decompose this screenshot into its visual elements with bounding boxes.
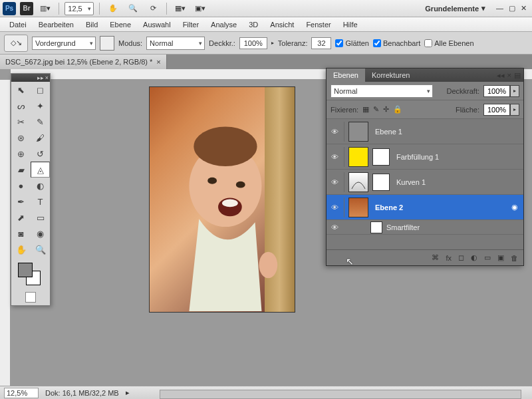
fill-source-dropdown[interactable]: Vordergrund — [32, 37, 96, 50]
layer-row[interactable]: 👁Kurven 1 — [327, 170, 523, 195]
menu-ebene[interactable]: Ebene — [104, 19, 136, 30]
menu-bild[interactable]: Bild — [80, 19, 103, 30]
marquee-tool[interactable]: ◻ — [31, 82, 50, 98]
zoom-tool-icon[interactable]: 🔍 — [125, 2, 141, 15]
spot-heal-tool[interactable]: ⊛ — [11, 130, 31, 146]
layer-opacity-field[interactable]: 100% — [483, 85, 510, 97]
vertical-ruler[interactable] — [0, 80, 11, 386]
hand-tool[interactable]: ✋ — [11, 241, 31, 257]
hand-tool-icon[interactable]: ✋ — [105, 2, 121, 15]
panel-collapse-icon[interactable]: ◂◂ — [497, 71, 505, 80]
maximize-icon[interactable]: ▢ — [509, 4, 515, 13]
eraser-tool[interactable]: ▰ — [11, 162, 31, 178]
collapse-icon[interactable]: ▸▸ — [37, 74, 44, 81]
link-layers-icon[interactable]: ⌘ — [432, 253, 439, 262]
mini-bridge-icon[interactable]: ▥▾ — [37, 2, 53, 15]
clone-tool[interactable]: ⊕ — [11, 146, 31, 162]
menu-datei[interactable]: Datei — [4, 19, 32, 30]
layer-row[interactable]: 👁Ebene 1 — [327, 119, 523, 144]
menu-filter[interactable]: Filter — [178, 19, 204, 30]
quick-select-tool[interactable]: ✦ — [31, 98, 50, 114]
panel-menu-icon[interactable]: ▤ — [514, 71, 521, 80]
menu-analyse[interactable]: Analyse — [205, 19, 242, 30]
history-brush-tool[interactable]: ↺ — [31, 146, 50, 162]
type-tool[interactable]: T — [31, 194, 50, 209]
eyedropper-tool[interactable]: ✎ — [31, 114, 50, 130]
zoom-tool[interactable]: 🔍 — [31, 241, 50, 257]
lasso-tool[interactable]: ᔕ — [11, 98, 31, 114]
antialias-checkbox[interactable]: Glätten — [335, 39, 368, 47]
all-layers-checkbox[interactable]: Alle Ebenen — [424, 39, 473, 47]
foreground-color[interactable] — [18, 263, 33, 277]
new-group-icon[interactable]: ▭ — [484, 253, 491, 262]
layer-row[interactable]: 👁Ebene 2◉ — [327, 195, 523, 220]
menu-fenster[interactable]: Fenster — [301, 19, 336, 30]
menu-3d[interactable]: 3D — [243, 19, 263, 30]
brush-tool[interactable]: 🖌 — [31, 130, 50, 146]
photoshop-logo-icon[interactable]: Ps — [3, 2, 16, 15]
panel-close-icon[interactable]: × — [507, 71, 511, 80]
quick-mask-toggle[interactable] — [25, 292, 36, 303]
screen-mode-icon[interactable]: ▣▾ — [192, 2, 208, 15]
adjustment-layer-icon[interactable]: ◐ — [471, 253, 477, 262]
path-select-tool[interactable]: ⬈ — [11, 209, 31, 225]
menu-bearbeiten[interactable]: Bearbeiten — [33, 19, 79, 30]
tab-layers[interactable]: Ebenen — [327, 68, 365, 82]
lock-position-icon[interactable]: ✢ — [383, 105, 389, 114]
panel-close-icon[interactable]: × — [45, 74, 49, 81]
crop-tool[interactable]: ✂ — [11, 114, 31, 130]
opacity-slider-icon[interactable]: ▸ — [510, 85, 519, 97]
dodge-tool[interactable]: ◐ — [31, 178, 50, 194]
menu-hilfe[interactable]: Hilfe — [338, 19, 363, 30]
smartfilter-row[interactable]: 👁Smartfilter — [327, 220, 523, 235]
paint-bucket-tool[interactable]: ◬ — [31, 162, 50, 178]
layer-mask-icon[interactable]: ◻ — [458, 253, 464, 262]
move-tool[interactable]: ⬉ — [11, 82, 31, 98]
pattern-swatch[interactable] — [100, 36, 114, 51]
bridge-icon[interactable]: Br — [20, 2, 33, 15]
visibility-icon[interactable]: 👁 — [329, 153, 340, 161]
visibility-icon[interactable]: 👁 — [329, 223, 340, 231]
tab-adjustments[interactable]: Korrekturen — [365, 68, 416, 82]
lock-all-icon[interactable]: 🔒 — [393, 105, 402, 114]
zoom-level-dropdown[interactable]: 12,5 — [65, 2, 94, 15]
rotate-view-icon[interactable]: ⟳ — [145, 2, 161, 15]
workspace-switcher[interactable]: Grundelemente▾ — [421, 4, 489, 13]
contiguous-checkbox[interactable]: Benachbart — [373, 39, 420, 47]
layer-row[interactable]: 👁Farbfüllung 1 — [327, 144, 523, 170]
pen-tool[interactable]: ✒ — [11, 194, 31, 209]
lock-pixels-icon[interactable]: ▦ — [362, 105, 369, 114]
menu-auswahl[interactable]: Auswahl — [138, 19, 176, 30]
layer-list[interactable]: 👁Ebene 1👁Farbfüllung 1👁Kurven 1👁Ebene 2◉… — [327, 119, 523, 249]
blur-tool[interactable]: ● — [11, 178, 31, 194]
minimize-icon[interactable]: — — [496, 4, 503, 13]
document-canvas[interactable] — [149, 86, 295, 313]
active-tool-icon[interactable]: ◇↘ — [4, 35, 28, 52]
3d-camera-tool[interactable]: ◉ — [31, 225, 50, 241]
layer-style-icon[interactable]: fx — [446, 254, 452, 262]
layer-blend-mode-dropdown[interactable]: Normal — [331, 84, 433, 98]
close-tab-icon[interactable]: × — [156, 58, 160, 66]
color-picker[interactable] — [14, 260, 47, 287]
horizontal-scrollbar[interactable] — [160, 390, 521, 399]
lock-brush-icon[interactable]: ✎ — [373, 105, 379, 114]
3d-tool[interactable]: ◙ — [11, 225, 31, 241]
menu-ansicht[interactable]: Ansicht — [265, 19, 299, 30]
delete-layer-icon[interactable]: 🗑 — [511, 254, 518, 262]
tolerance-field[interactable]: 32 — [311, 37, 331, 49]
opacity-field[interactable]: 100% — [239, 37, 267, 49]
visibility-icon[interactable]: 👁 — [329, 128, 340, 136]
zoom-percentage-field[interactable]: 12,5% — [4, 388, 39, 398]
document-tab[interactable]: DSC_5672.jpg bei 12,5% (Ebene 2, RGB/8) … — [0, 55, 167, 69]
fill-opacity-field[interactable]: 100% — [483, 104, 510, 116]
blend-mode-dropdown[interactable]: Normal — [146, 37, 205, 50]
shape-tool[interactable]: ▭ — [31, 209, 50, 225]
fill-slider-icon[interactable]: ▸ — [510, 104, 519, 116]
new-layer-icon[interactable]: ▣ — [497, 253, 504, 262]
visibility-icon[interactable]: 👁 — [329, 203, 340, 211]
arrange-docs-icon[interactable]: ▦▾ — [172, 2, 188, 15]
layers-panel-footer: ⌘ fx ◻ ◐ ▭ ▣ 🗑 — [327, 249, 523, 265]
document-info[interactable]: Dok: 16,1 MB/32,2 MB — [45, 389, 119, 397]
close-icon[interactable]: ✕ — [521, 4, 527, 13]
visibility-icon[interactable]: 👁 — [329, 178, 340, 186]
